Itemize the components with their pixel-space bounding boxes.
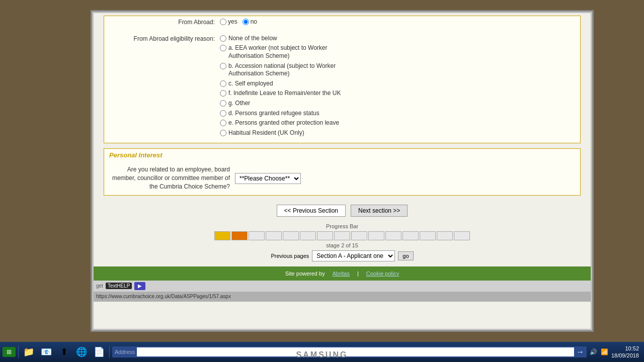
taskbar-outlook-icon[interactable]: 📧 [39,345,54,359]
from-abroad-section: From Abroad: yes no [104,16,581,143]
option-protection[interactable]: e. Persons granted other protection leav… [220,119,575,127]
taskbar-upload-icon[interactable]: ⬆ [56,345,71,359]
address-label: Address [115,349,135,355]
pi-dropdown[interactable]: **Please Choose** Yes No [235,173,301,184]
progress-cell-1 [214,231,230,240]
cookie-policy-link[interactable]: Cookie policy [366,270,399,277]
eligibility-row: From Abroad eligibility reason: None of … [104,33,580,139]
next-section-button[interactable]: Next section >> [351,205,408,217]
taskbar-right: 🔊 📶 10:52 18/09/2018 [589,345,641,359]
option-eea[interactable]: a. EEA worker (not subject to WorkerAuth… [220,44,575,60]
progress-cell-10 [368,231,384,240]
option-self-employed[interactable]: c. Self employed [220,80,575,88]
speaker-icon: 🔊 [589,347,598,356]
from-abroad-row: From Abroad: yes no [104,16,580,29]
pi-question: Are you related to an employee, board me… [109,165,230,191]
from-abroad-no[interactable]: no [243,18,257,25]
progress-cell-5 [283,231,299,240]
taskbar-sep-2 [109,346,110,358]
progress-label: Progress Bar [104,223,581,229]
taskbar-acrobat-icon[interactable]: 📄 [92,345,107,359]
date: 18/09/2018 [611,352,639,359]
progress-cell-13 [420,231,436,240]
progress-cell-2 [231,231,248,240]
from-abroad-value: yes no [220,18,575,25]
eligibility-label: From Abroad eligibility reason: [109,35,220,43]
start-button[interactable]: ⊞ [3,347,16,357]
option-other-radio[interactable] [220,100,226,107]
option-accession-radio[interactable] [220,63,226,69]
progress-section: Progress Bar [104,221,581,264]
windows-logo-icon: ⊞ [7,348,12,355]
from-abroad-yes-radio[interactable] [220,19,226,25]
texthelp-get-label: get [96,283,103,289]
footer-separator: | [357,270,359,277]
time-display: 10:52 18/09/2018 [611,345,639,359]
texthelp-icon[interactable]: ▶ [134,282,145,290]
time: 10:52 [611,345,639,352]
texthelp-logo: TextHELP [106,283,132,289]
taskbar-ie-icon[interactable]: 🌐 [74,345,89,359]
option-habitual[interactable]: Habitual Resident (UK Only) [220,129,575,137]
progress-cell-11 [385,231,401,240]
progress-cell-7 [317,231,333,240]
option-none[interactable]: None of the below [220,35,575,43]
personal-interest-section: Personal Interest Are you related to an … [104,148,581,195]
address-input[interactable] [137,347,574,356]
navigation-buttons: << Previous Section Next section >> [104,201,581,221]
option-habitual-radio[interactable] [220,130,226,136]
previous-pages-row: Previous pages Section A - Applicant one… [104,250,581,261]
progress-cell-4 [266,231,282,240]
option-other[interactable]: g. Other [220,100,575,108]
option-self-employed-radio[interactable] [220,80,226,87]
monitor-brand: SAMSUNG [296,350,348,359]
progress-cell-3 [249,231,265,240]
status-url: https://www.cumbrachoice.org.uk/Data/ASP… [96,294,231,299]
option-refugee-radio[interactable] [220,110,226,117]
taskbar-explorer-icon[interactable]: 📁 [21,345,36,359]
powered-by-text: Site powered by [285,270,325,277]
option-eea-radio[interactable] [220,45,226,51]
from-abroad-yes[interactable]: yes [220,18,237,25]
address-bar: Address → [112,346,587,357]
stage-text: stage 2 of 15 [104,242,581,248]
abritas-link[interactable]: Abritas [333,270,350,277]
option-none-radio[interactable] [220,35,226,42]
progress-cell-14 [437,231,453,240]
from-abroad-no-radio[interactable] [243,19,249,25]
eligibility-options: None of the below a. EEA worker (not sub… [220,35,575,137]
address-go-button[interactable]: → [576,347,584,356]
option-protection-radio[interactable] [220,120,226,126]
option-indefinite-radio[interactable] [220,90,226,97]
option-indefinite[interactable]: f. Indefinite Leave to Remain/enter the … [220,89,575,98]
network-icon: 📶 [600,347,609,356]
from-abroad-label: From Abroad: [109,18,220,27]
progress-cell-15 [454,231,470,240]
previous-pages-label: Previous pages [271,253,309,259]
taskbar-sep-1 [18,346,19,358]
status-bar: https://www.cumbrachoice.org.uk/Data/ASP… [94,292,591,302]
option-refugee[interactable]: d. Persons granted refugee status [220,110,575,118]
prev-section-button[interactable]: << Previous Section [277,205,346,217]
progress-cell-8 [334,231,350,240]
site-footer: Site powered by Abritas | Cookie policy [94,266,591,281]
pi-content: Are you related to an employee, board me… [104,161,580,195]
go-button[interactable]: go [398,251,413,260]
previous-pages-dropdown[interactable]: Section A - Applicant one [312,250,395,261]
progress-cell-6 [300,231,316,240]
texthelp-bar: get TextHELP ▶ [94,281,591,292]
option-accession[interactable]: b. Accession national (subject to Worker… [220,62,575,78]
pi-section-header: Personal Interest [104,149,580,161]
progress-cell-12 [403,231,419,240]
progress-bar [104,231,581,240]
progress-cell-9 [351,231,367,240]
